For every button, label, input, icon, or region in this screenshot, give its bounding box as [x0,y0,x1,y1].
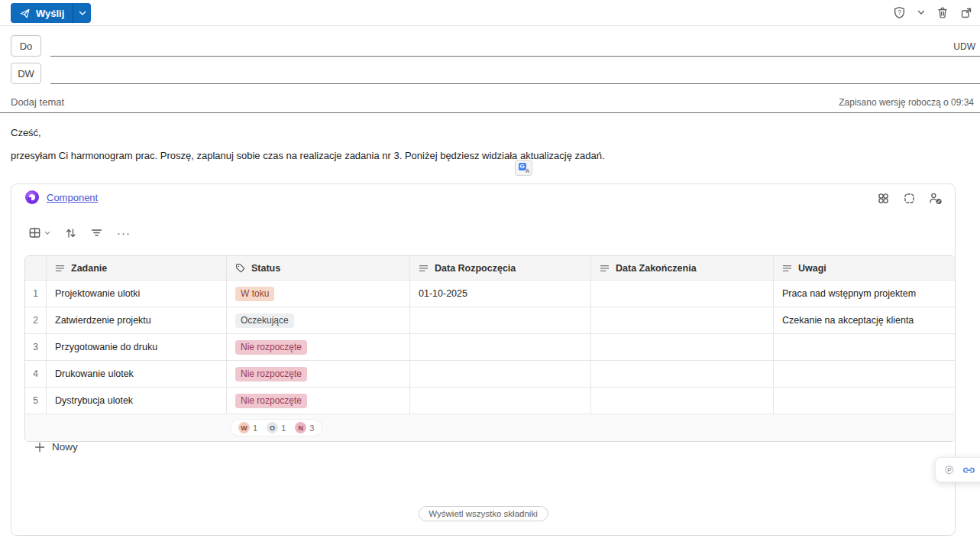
to-row: Do UDW [11,35,980,57]
task-cell[interactable]: Drukowanie ulotek [47,361,227,387]
notes-cell[interactable] [774,388,955,414]
row-number[interactable]: 4 [25,361,47,387]
status-cell[interactable]: Nie rozpoczęte [227,361,410,387]
floating-toolbar: ℗ [935,457,980,482]
end-date-cell[interactable] [591,281,774,307]
header-task-label: Zadanie [71,263,107,274]
text-column-icon [419,264,429,273]
header-end-date[interactable]: Data Zakończenia [591,256,774,280]
header-notes[interactable]: Uwagi [774,256,955,280]
end-date-cell[interactable] [591,388,774,414]
apps-button[interactable] [877,192,890,205]
comments-button[interactable]: ℗ [945,464,953,475]
end-date-cell[interactable] [591,334,774,360]
header-start-date-label: Data Rozpoczęcia [435,263,516,274]
send-button[interactable]: Wyślij [11,3,73,23]
table-row[interactable]: 4Drukowanie ulotekNie rozpoczęte [25,360,955,387]
copy-component-button[interactable] [903,192,916,205]
status-badge[interactable]: Nie rozpoczęte [235,340,307,355]
status-badge[interactable]: Nie rozpoczęte [235,367,307,381]
to-button[interactable]: Do [11,35,41,57]
start-date-cell[interactable]: 01-10-2025 [410,281,591,307]
text-column-icon [55,264,65,273]
people-edit-icon [929,192,943,205]
summary-count: 1 [281,424,286,433]
task-cell[interactable]: Projektowanie ulotki [47,281,227,307]
link-icon [962,465,975,475]
new-row-button[interactable]: Nowy [34,441,78,453]
send-options-button[interactable] [73,3,91,23]
status-badge[interactable]: W toku [235,287,274,301]
cc-input[interactable] [50,63,980,84]
protection-help-button[interactable]: ? [893,6,906,19]
svg-text:?: ? [898,8,901,16]
end-date-cell[interactable] [591,307,774,333]
popout-button[interactable] [960,7,972,19]
end-date-cell[interactable] [591,361,774,387]
translate-button[interactable]: GA [515,160,532,176]
status-summary-pill[interactable]: W1O1N3 [231,420,322,436]
start-date-cell[interactable] [410,361,591,387]
help-dropdown-button[interactable] [917,10,925,15]
table-toolbar: ··· [28,226,131,239]
row-number[interactable]: 5 [25,388,47,414]
status-cell[interactable]: Nie rozpoczęte [227,388,410,414]
row-number[interactable]: 2 [25,307,47,333]
discard-button[interactable] [936,6,949,19]
chevron-down-icon [44,231,50,235]
row-number[interactable]: 1 [25,281,47,307]
filter-icon [91,228,102,238]
send-split-button: Wyślij [11,3,91,23]
body-paragraph: przesyłam Ci harmonogram prac. Proszę, z… [11,150,969,161]
message-body-editor[interactable]: Cześć, przesyłam Ci harmonogram prac. Pr… [11,121,969,161]
status-cell[interactable]: Nie rozpoczęte [227,334,410,360]
component-title-link[interactable]: Component [47,192,98,203]
notes-cell[interactable] [774,361,955,387]
status-cell[interactable]: W toku [227,281,410,307]
start-date-cell[interactable] [410,388,591,414]
cc-button[interactable]: DW [11,63,41,84]
task-cell[interactable]: Przygotowanie do druku [47,334,227,360]
row-number[interactable]: 3 [25,334,47,360]
ellipsis-icon: ··· [117,230,131,236]
draft-saved-status: Zapisano wersję roboczą o 09:34 [839,97,974,108]
shared-people-button[interactable] [929,192,943,205]
more-options-button[interactable]: ··· [117,230,131,236]
sort-button[interactable] [65,227,76,239]
header-row-number[interactable] [25,256,47,280]
table-row[interactable]: 1Projektowanie ulotkiW toku01-10-2025Pra… [25,280,955,307]
start-date-cell[interactable] [410,307,591,333]
view-grid-button[interactable] [28,226,50,239]
header-task[interactable]: Zadanie [47,256,227,280]
table-row[interactable]: 3Przygotowanie do drukuNie rozpoczęte [25,333,955,360]
to-input[interactable]: UDW [50,35,980,57]
summary-badge: N3 [295,422,314,433]
four-circles-icon [877,192,890,205]
start-date-cell[interactable] [410,334,591,360]
text-column-icon [782,264,792,273]
status-cell[interactable]: Oczekujące [227,307,410,333]
status-badge[interactable]: Nie rozpoczęte [235,394,307,408]
table-view-icon [28,226,41,239]
table-row[interactable]: 5Dystrybucja ulotekNie rozpoczęte [25,387,955,414]
subject-row: Dodaj temat Zapisano wersję roboczą o 09… [0,92,980,113]
copy-link-button[interactable] [962,465,975,475]
bcc-toggle-button[interactable]: UDW [953,41,975,52]
status-badge[interactable]: Oczekujące [235,313,294,328]
task-table-body: 1Projektowanie ulotkiW toku01-10-2025Pra… [25,280,955,414]
summary-badge: W1 [238,422,257,433]
notes-cell[interactable] [774,334,955,360]
loop-component-header: Component [25,190,98,204]
header-start-date[interactable]: Data Rozpoczęcia [410,256,591,280]
task-cell[interactable]: Dystrybucja ulotek [47,388,227,414]
subject-input[interactable]: Dodaj temat [11,96,64,108]
task-cell[interactable]: Zatwierdzenie projektu [47,307,227,333]
table-row[interactable]: 2Zatwierdzenie projektuOczekująceCzekani… [25,307,955,333]
notes-cell[interactable]: Czekanie na akceptację klienta [774,307,955,333]
header-end-date-label: Data Zakończenia [616,263,697,274]
filter-button[interactable] [91,228,102,238]
notes-cell[interactable]: Praca nad wstępnym projektem [774,281,955,307]
header-status[interactable]: Status [227,256,410,280]
show-all-components-button[interactable]: Wyświetl wszystko składniki [418,506,548,521]
summary-status-dot: N [295,422,306,433]
